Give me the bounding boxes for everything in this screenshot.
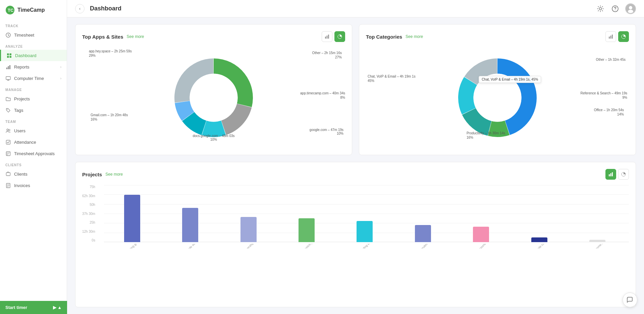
apps-label-other: Other – 2h 15m 16s27%: [312, 51, 342, 59]
avatar[interactable]: [625, 3, 636, 14]
approvals-icon: [5, 151, 11, 156]
projects-pie-button[interactable]: [618, 169, 629, 180]
top-categories-donut-svg: [454, 54, 541, 141]
page-title: Dashboard: [90, 5, 596, 12]
svg-rect-7: [6, 68, 7, 69]
apps-label-google: google.com – 47m 19s10%: [310, 128, 343, 135]
chevron-right-icon: ›: [60, 65, 61, 69]
timesheet-approvals-label: Timesheet Approvals: [14, 151, 55, 156]
folder-icon: [5, 96, 11, 101]
sidebar-item-computer-time[interactable]: Computer Time ›: [0, 73, 67, 84]
svg-rect-25: [327, 36, 328, 39]
svg-rect-3: [7, 53, 9, 55]
top-apps-see-more[interactable]: See more: [127, 34, 144, 39]
help-icon[interactable]: [610, 4, 620, 13]
top-apps-card: Top Apps & Sites See more: [75, 24, 352, 155]
x-label: Example client...: [531, 244, 549, 249]
sidebar-item-timesheet[interactable]: Timesheet: [0, 29, 67, 41]
top-categories-pie-button[interactable]: [618, 31, 629, 42]
users-label: Users: [14, 128, 25, 133]
apps-label-timecamp: app.timecamp.com – 40m 34s8%: [300, 91, 345, 100]
logo: TC TimeCamp: [0, 0, 67, 20]
sidebar-item-users[interactable]: Users: [0, 125, 67, 136]
top-apps-actions: [322, 31, 345, 42]
svg-point-22: [629, 6, 632, 9]
cat-label-chat: Chat, VoIP & Email – 4h 19m 1s45%: [368, 74, 416, 83]
section-track: TRACK: [0, 20, 67, 29]
apps-label-docs: docs.google.com – 48m 03s10%: [193, 134, 234, 141]
svg-rect-26: [328, 35, 329, 39]
y-label-3730m: 37h 30m: [82, 212, 95, 216]
y-label-25h: 25h: [90, 221, 95, 224]
section-clients: CLIENTS: [0, 159, 67, 168]
top-categories-chart: Chat, VoIP & Email – 4h 19m 1s, 45% Othe…: [366, 47, 629, 148]
sidebar: TC TimeCamp TRACK Timesheet ANALYZE Dash…: [0, 0, 67, 314]
projects-see-more[interactable]: See more: [105, 172, 123, 177]
svg-rect-4: [9, 53, 11, 55]
svg-point-20: [615, 10, 615, 10]
cat-label-reference: Reference & Search – 49m 19s9%: [580, 91, 627, 100]
svg-text:TC: TC: [8, 8, 14, 13]
clients-label: Clients: [14, 172, 28, 177]
top-cards-row: Top Apps & Sites See more: [75, 24, 636, 155]
logo-text: TimeCamp: [17, 7, 45, 13]
cat-label-office: Office – 1h 20m 54s14%: [594, 108, 624, 117]
main-content: ‹ Dashboard Top Apps & Sites See more: [67, 0, 644, 314]
top-apps-bar-chart-button[interactable]: [322, 31, 332, 42]
computer-icon: [5, 76, 11, 81]
y-label-1230m: 12h 30m: [82, 230, 95, 233]
dashboard-icon: [6, 53, 12, 58]
section-manage: MANAGE: [0, 84, 67, 93]
start-timer-bar[interactable]: Start timer ▶ ▲: [0, 301, 67, 314]
svg-rect-36: [612, 172, 613, 176]
sidebar-item-reports[interactable]: Reports ›: [0, 61, 67, 73]
start-timer-icon: ▶ ▲: [53, 305, 62, 310]
sidebar-item-projects[interactable]: Projects: [0, 93, 67, 104]
projects-bar-button[interactable]: [605, 169, 616, 180]
dashboard-label: Dashboard: [15, 53, 37, 58]
sidebar-item-attendance[interactable]: Attendance: [0, 136, 67, 148]
svg-rect-6: [9, 56, 11, 58]
collapse-sidebar-button[interactable]: ‹: [75, 4, 85, 13]
sidebar-item-timesheet-approvals[interactable]: Timesheet Approvals: [0, 148, 67, 159]
projects-card: Projects See more 75h 62h 30m 50h: [75, 162, 636, 307]
svg-point-28: [190, 74, 238, 122]
chevron-right-icon: ›: [60, 77, 61, 80]
svg-rect-35: [610, 173, 611, 176]
x-label: Providing awe...: [357, 244, 375, 249]
sidebar-item-tags[interactable]: Tags: [0, 104, 67, 116]
top-apps-pie-chart-button[interactable]: [334, 31, 345, 42]
top-apps-title: Top Apps & Sites: [82, 34, 123, 40]
svg-rect-24: [325, 37, 326, 39]
projects-actions: [605, 169, 629, 180]
top-categories-card: Top Categories See more: [359, 24, 636, 155]
top-categories-see-more[interactable]: See more: [406, 34, 423, 39]
svg-rect-9: [9, 65, 10, 69]
check-icon: [5, 139, 11, 145]
categories-tooltip: Chat, VoIP & Email – 4h 19m 1s, 45%: [479, 76, 541, 83]
attendance-label: Attendance: [14, 140, 36, 145]
y-label-50h: 50h: [90, 203, 95, 207]
apps-label-heyspace: app.hey.space – 2h 25m 59s29%: [89, 49, 132, 58]
top-apps-chart: app.hey.space – 2h 25m 59s29% Gmail.com …: [82, 47, 345, 148]
sidebar-item-clients[interactable]: Clients: [0, 168, 67, 180]
chat-bubble[interactable]: [623, 293, 637, 307]
bar-item: [511, 185, 567, 242]
svg-rect-16: [6, 173, 10, 176]
top-categories-title: Top Categories: [366, 34, 402, 40]
header-actions: [596, 3, 636, 14]
sidebar-item-dashboard[interactable]: Dashboard: [0, 50, 67, 61]
svg-point-12: [7, 129, 8, 131]
y-label-75h: 75h: [90, 185, 95, 189]
timecamp-logo-icon: TC: [5, 5, 15, 15]
sidebar-item-invoices[interactable]: Invoices: [0, 180, 67, 191]
top-categories-bar-button[interactable]: [605, 31, 616, 42]
section-team: TEAM: [0, 116, 67, 125]
svg-point-13: [9, 129, 10, 131]
bar-item: [395, 185, 451, 242]
apps-label-gmail: Gmail.com – 1h 20m 48s16%: [91, 113, 128, 122]
settings-icon[interactable]: [596, 4, 605, 13]
timesheet-label: Timesheet: [14, 33, 34, 38]
computer-time-label: Computer Time: [14, 76, 44, 81]
bar-item: [337, 185, 393, 242]
